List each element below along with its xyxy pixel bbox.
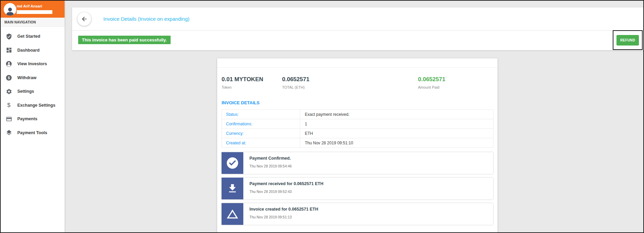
gear-icon	[5, 88, 12, 95]
dashboard-grid-icon	[5, 47, 12, 54]
sidebar-item[interactable]: Get Started	[1, 30, 65, 43]
page-header-panel: Invoice Details (Invoice on expanding) T…	[72, 7, 643, 50]
triangle-icon	[222, 203, 243, 225]
detail-label: Created at:	[222, 138, 300, 148]
sidebar-item[interactable]: Settings	[1, 85, 65, 98]
invoice-detail-row: Currency: ETH	[222, 129, 493, 138]
timeline-event-title: Payment received for 0.0652571 ETH	[249, 181, 323, 186]
timeline-event-row: Payment Confirmed. Thu Nov 28 2019 09:54…	[222, 152, 493, 174]
timeline-event-title: Invoice created for 0.0652571 ETH	[249, 207, 318, 212]
card-header-strip	[217, 58, 498, 68]
timeline-event-timestamp: Thu Nov 28 2019 09:51:13	[249, 215, 318, 219]
sidebar-item-label: Get Started	[17, 34, 40, 39]
back-button[interactable]	[77, 12, 91, 26]
summary-label: Token	[222, 85, 282, 89]
summary-column: 0.0652571 Amount Paid	[418, 76, 493, 89]
sidebar-item[interactable]: View Investors	[1, 57, 65, 71]
page-title: Invoice Details (Invoice on expanding)	[103, 16, 189, 22]
arrow-left-icon	[81, 16, 88, 22]
timeline-event-row: Invoice created for 0.0652571 ETH Thu No…	[222, 203, 493, 225]
sidebar-item-label: Payment Tools	[17, 130, 47, 135]
sidebar-item[interactable]: $ Exchange Settings	[1, 98, 65, 112]
redacted-email-bar	[17, 10, 52, 14]
layers-icon	[5, 129, 12, 136]
app-window: md Arif Ansari MAIN NAVIGATION Get Start…	[0, 0, 644, 233]
invoice-details-heading: INVOICE DETAILS	[222, 100, 498, 105]
timeline-event-row: Payment received for 0.0652571 ETH Thu N…	[222, 178, 493, 199]
sidebar-item-label: Settings	[17, 89, 34, 94]
dollar-icon: $	[5, 102, 12, 109]
summary-label: TOTAL (ETH)	[282, 85, 418, 89]
sidebar-item-label: Withdraw	[17, 75, 36, 80]
summary-value: 0.01 MYTOKEN	[222, 76, 282, 83]
timeline-event-title: Payment Confirmed.	[249, 156, 292, 161]
detail-label: Status:	[222, 110, 300, 119]
svg-text:$: $	[8, 76, 10, 80]
detail-label: Currency:	[222, 129, 300, 138]
user-profile-header: md Arif Ansari	[1, 1, 65, 18]
invoice-timeline: Payment Confirmed. Thu Nov 28 2019 09:54…	[222, 152, 493, 225]
refund-highlight-box: REFUND	[613, 30, 643, 50]
summary-column: 0.0652571 TOTAL (ETH)	[282, 76, 418, 89]
shield-check-icon	[5, 33, 12, 40]
invoice-detail-row: Status: Exact payment received.	[222, 110, 493, 119]
sidebar-item-label: Payments	[17, 116, 37, 121]
user-name: md Arif Ansari	[17, 4, 42, 8]
invoice-detail-row: Confirmations: 1	[222, 119, 493, 129]
detail-label: Confirmations:	[222, 119, 300, 129]
invoice-summary: 0.01 MYTOKEN Token 0.0652571 TOTAL (ETH)…	[217, 68, 498, 96]
sidebar-section-label: MAIN NAVIGATION	[1, 18, 65, 27]
detail-value: ETH	[300, 129, 493, 138]
summary-value: 0.0652571	[282, 76, 418, 83]
summary-column: 0.01 MYTOKEN Token	[222, 76, 282, 89]
person-circle-icon	[5, 60, 12, 67]
sidebar-item-label: Dashboard	[17, 48, 39, 53]
timeline-event-timestamp: Thu Nov 28 2019 09:52:43	[249, 190, 323, 194]
person-silhouette-icon	[5, 6, 15, 16]
redacted-email-fragment	[14, 11, 16, 13]
sidebar-item[interactable]: Payments	[1, 112, 65, 126]
sidebar-item[interactable]: $ Withdraw	[1, 71, 65, 85]
sidebar-item-label: Exchange Settings	[17, 103, 55, 108]
detail-value: Thu Nov 28 2019 09:51:10	[300, 138, 493, 148]
summary-label: Amount Paid	[418, 85, 493, 89]
sidebar-nav: Get Started Dashboard View Investors $ W…	[1, 27, 65, 140]
check-circle-icon	[222, 152, 243, 174]
success-banner: This invoice has been paid successfully.	[78, 36, 171, 44]
sidebar: md Arif Ansari MAIN NAVIGATION Get Start…	[1, 1, 65, 232]
invoice-detail-row: Created at: Thu Nov 28 2019 09:51:10	[222, 138, 493, 148]
dollar-circle-icon: $	[5, 74, 12, 81]
refund-button[interactable]: REFUND	[616, 35, 639, 46]
credit-card-icon	[5, 115, 12, 122]
download-icon	[222, 178, 243, 199]
invoice-card: 0.01 MYTOKEN Token 0.0652571 TOTAL (ETH)…	[217, 58, 498, 233]
title-row: Invoice Details (Invoice on expanding)	[72, 7, 643, 31]
invoice-details-table: Status: Exact payment received. Confirma…	[222, 109, 493, 148]
summary-value: 0.0652571	[418, 76, 493, 83]
sidebar-item[interactable]: Payment Tools	[1, 126, 65, 140]
detail-value: Exact payment received.	[300, 110, 493, 119]
sidebar-item[interactable]: Dashboard	[1, 43, 65, 57]
sidebar-item-label: View Investors	[17, 61, 47, 66]
timeline-event-timestamp: Thu Nov 28 2019 09:54:46	[249, 164, 292, 168]
avatar[interactable]	[4, 3, 16, 16]
detail-value: 1	[300, 119, 493, 129]
